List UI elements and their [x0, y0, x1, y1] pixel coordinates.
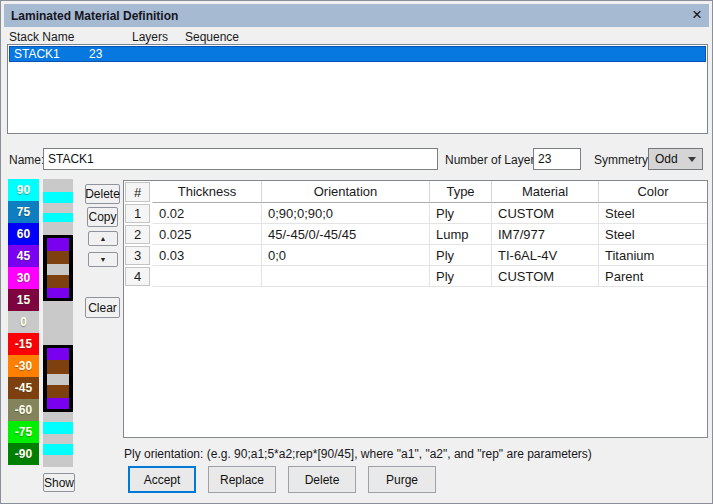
- row-number-cell[interactable]: 3: [125, 246, 150, 265]
- scale-cell: -60: [8, 399, 39, 421]
- table-row: 4 Ply CUSTOM Parent: [124, 266, 707, 287]
- color-cell[interactable]: Steel: [599, 224, 707, 245]
- scale-cell: 60: [8, 223, 39, 245]
- ply-band: [43, 398, 73, 409]
- orientation-cell[interactable]: [262, 266, 430, 287]
- scale-angle-label: -60: [15, 403, 32, 417]
- material-cell[interactable]: CUSTOM: [492, 203, 599, 224]
- type-cell[interactable]: Ply: [430, 266, 492, 287]
- scale-angle-label: -75: [15, 425, 32, 439]
- ply-band: [43, 455, 73, 467]
- page-title: Laminated Material Definition: [4, 9, 178, 23]
- ply-orientation-note: Ply orientation: (e.g. 90;a1;5*a2;rep*[9…: [124, 447, 592, 461]
- ply-band: [43, 434, 73, 444]
- number-of-layers-input[interactable]: [533, 148, 581, 170]
- scale-angle-label: -30: [15, 359, 32, 373]
- delete-layer-button[interactable]: Delete: [85, 184, 120, 204]
- stack-preview-strip: [43, 179, 73, 467]
- chevron-down-icon: [688, 157, 696, 162]
- ply-band: [43, 264, 73, 275]
- color-cell[interactable]: Titanium: [599, 245, 707, 266]
- symmetry-select[interactable]: Odd: [648, 148, 703, 170]
- scale-cell: 30: [8, 267, 39, 289]
- accept-button[interactable]: Accept: [128, 466, 196, 493]
- thickness-cell[interactable]: 0.02: [152, 203, 262, 224]
- ply-band: [43, 444, 73, 455]
- color-cell[interactable]: Steel: [599, 203, 707, 224]
- ply-band: [43, 385, 73, 398]
- material-cell[interactable]: IM7/977: [492, 224, 599, 245]
- scale-cell: 0: [8, 311, 39, 333]
- scale-cell: -75: [8, 421, 39, 443]
- ply-table: # Thickness Orientation Type Material Co…: [123, 180, 708, 438]
- scale-angle-label: -15: [15, 337, 32, 351]
- name-label: Name:: [9, 153, 44, 167]
- ply-band: [43, 360, 73, 374]
- replace-button[interactable]: Replace: [208, 466, 276, 493]
- ply-band: [43, 275, 73, 288]
- clear-button[interactable]: Clear: [85, 297, 120, 318]
- name-input[interactable]: [43, 148, 438, 170]
- scale-cell: 75: [8, 201, 39, 223]
- scale-cell: 15: [8, 289, 39, 311]
- list-item[interactable]: STACK1 23: [9, 46, 706, 62]
- thickness-cell[interactable]: [152, 266, 262, 287]
- ply-band: [43, 348, 73, 360]
- header-type: Type: [430, 181, 492, 203]
- scale-angle-label: 30: [17, 271, 30, 285]
- color-cell[interactable]: Parent: [599, 266, 707, 287]
- scale-cell: -90: [8, 443, 39, 465]
- thickness-cell[interactable]: 0.03: [152, 245, 262, 266]
- ply-band: [43, 179, 73, 192]
- thickness-cell[interactable]: 0.025: [152, 224, 262, 245]
- scale-cell: -45: [8, 377, 39, 399]
- table-row: 2 0.025 45/-45/0/-45/45 Lump IM7/977 Ste…: [124, 224, 707, 245]
- header-number: #: [125, 182, 150, 202]
- ply-band: [43, 412, 73, 422]
- dialog-window: Laminated Material Definition × Stack Na…: [0, 0, 713, 504]
- orientation-color-scale: 90 75 60 45 30 15 0: [8, 179, 39, 465]
- ply-band: [43, 192, 73, 203]
- orientation-cell[interactable]: 0;0: [262, 245, 430, 266]
- scale-cell: 90: [8, 179, 39, 201]
- type-cell[interactable]: Lump: [430, 224, 492, 245]
- stack-name-cell: STACK1: [14, 47, 60, 61]
- ply-band: [43, 213, 73, 222]
- scale-cell: 45: [8, 245, 39, 267]
- move-down-button[interactable]: ▼: [88, 252, 118, 267]
- row-number-cell[interactable]: 1: [125, 204, 150, 223]
- scale-angle-label: 90: [17, 183, 30, 197]
- material-cell[interactable]: CUSTOM: [492, 266, 599, 287]
- scale-angle-label: -45: [15, 381, 32, 395]
- table-row: 1 0.02 0;90;0;90;0 Ply CUSTOM Steel: [124, 203, 707, 224]
- stack-listbox[interactable]: STACK1 23: [7, 44, 708, 134]
- action-button-row: Accept Replace Delete Purge: [128, 466, 436, 493]
- column-header-sequence: Sequence: [185, 30, 239, 44]
- column-header-layers: Layers: [132, 30, 168, 44]
- type-cell[interactable]: Ply: [430, 245, 492, 266]
- down-arrow-icon: ▼: [100, 256, 107, 263]
- copy-layer-button[interactable]: Copy: [87, 207, 118, 227]
- scale-cell: -30: [8, 355, 39, 377]
- ply-table-body: 1 0.02 0;90;0;90;0 Ply CUSTOM Steel 2 0.…: [124, 203, 707, 287]
- delete-button[interactable]: Delete: [288, 466, 356, 493]
- type-cell[interactable]: Ply: [430, 203, 492, 224]
- move-up-button[interactable]: ▲: [88, 231, 118, 246]
- scale-angle-label: 45: [17, 249, 30, 263]
- symmetry-label: Symmetry:: [594, 153, 651, 167]
- material-cell[interactable]: TI-6AL-4V: [492, 245, 599, 266]
- ply-band: [43, 301, 73, 345]
- show-button[interactable]: Show: [43, 473, 75, 492]
- scale-cell: -15: [8, 333, 39, 355]
- row-number-cell[interactable]: 2: [125, 225, 150, 244]
- purge-button[interactable]: Purge: [368, 466, 436, 493]
- scale-angle-label: 15: [17, 293, 30, 307]
- up-arrow-icon: ▲: [100, 235, 107, 242]
- close-icon[interactable]: ×: [685, 4, 709, 27]
- orientation-cell[interactable]: 0;90;0;90;0: [262, 203, 430, 224]
- row-number-cell[interactable]: 4: [125, 267, 150, 286]
- ply-band: [43, 374, 73, 385]
- ply-band: [43, 238, 73, 251]
- symmetry-value: Odd: [655, 152, 678, 166]
- orientation-cell[interactable]: 45/-45/0/-45/45: [262, 224, 430, 245]
